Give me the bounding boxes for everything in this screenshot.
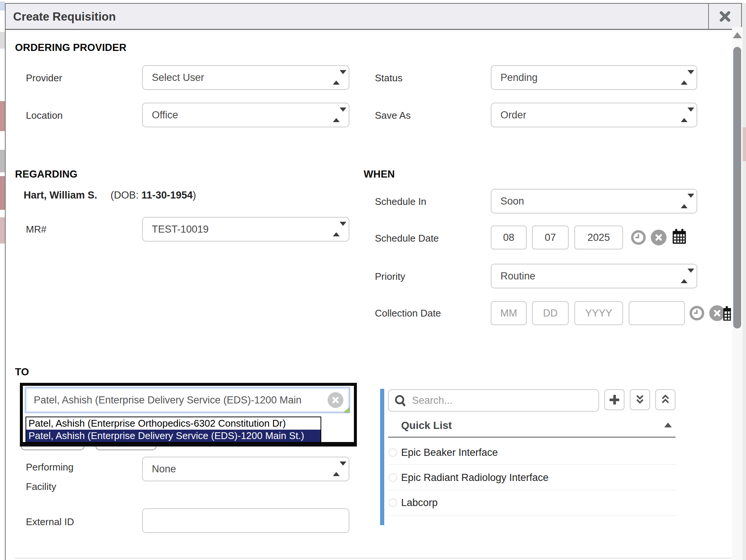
quick-list-divider <box>388 437 676 438</box>
mr-label: MR# <box>26 224 46 235</box>
recipient-search-input[interactable] <box>25 387 350 413</box>
close-icon <box>719 10 731 23</box>
schedule-year-input[interactable] <box>574 225 623 249</box>
collapse-section-icon[interactable] <box>664 423 672 427</box>
schedule-month-input[interactable] <box>491 225 527 249</box>
mr-select[interactable]: TEST-10019 <box>142 217 349 242</box>
status-label: Status <box>375 72 403 84</box>
chevron-updown-icon <box>333 74 340 81</box>
collection-month-input[interactable] <box>491 301 527 325</box>
collection-year-input[interactable] <box>574 301 623 325</box>
double-chevron-up-icon <box>660 394 671 406</box>
to-heading: TO <box>15 366 29 378</box>
chevron-updown-icon <box>681 112 688 118</box>
schedule-in-select-value: Soon <box>500 196 524 207</box>
recipient-options-list: Patel, Ashish (Enterprise Orthopedics-63… <box>25 417 321 443</box>
directory-search-input[interactable] <box>388 389 599 412</box>
scrollbar-up-arrow-icon[interactable] <box>733 32 742 38</box>
chevron-updown-icon <box>681 273 688 279</box>
performing-facility-select-value: None <box>152 463 176 475</box>
quick-list-radio[interactable] <box>388 473 397 482</box>
schedule-date-calendar-icon[interactable] <box>672 228 687 246</box>
close-button[interactable] <box>708 4 741 29</box>
patient-name: Hart, William S. <box>24 190 97 201</box>
add-recipient-button[interactable] <box>604 389 625 410</box>
priority-select[interactable]: Routine <box>491 264 697 288</box>
dob-suffix: ) <box>193 190 196 201</box>
external-id-label: External ID <box>26 516 74 528</box>
quick-list-heading: Quick List <box>401 420 452 432</box>
scrollbar-thumb[interactable] <box>733 47 741 329</box>
recipient-option-selected[interactable]: Patel, Ashish (Enterprise Delivery Servi… <box>26 430 321 442</box>
schedule-time-clock-icon[interactable] <box>631 230 646 247</box>
background-page-fragment <box>0 32 5 49</box>
location-select-value: Office <box>152 109 178 121</box>
search-icon <box>394 394 407 408</box>
priority-label: Priority <box>375 271 405 282</box>
recipient-option[interactable]: Patel, Ashish (Enterprise Orthopedics-63… <box>26 417 321 430</box>
priority-select-value: Routine <box>500 270 535 282</box>
performing-facility-select[interactable]: None <box>142 457 349 481</box>
quick-list-item[interactable]: Epic Beaker Interface <box>401 447 498 458</box>
patient-line: Hart, William S. (DOB: 11-30-1954) <box>24 190 196 201</box>
when-heading: WHEN <box>364 169 395 180</box>
collection-date-calendar-icon[interactable] <box>722 306 731 321</box>
save-as-select-value: Order <box>500 109 526 121</box>
provider-label: Provider <box>26 72 62 84</box>
regarding-heading: REGARDING <box>15 169 78 180</box>
list-divider <box>388 464 676 465</box>
dob-value: 11-30-1954 <box>141 190 193 201</box>
ordering-provider-heading: ORDERING PROVIDER <box>15 42 126 54</box>
quick-list-item[interactable]: Labcorp <box>401 497 438 509</box>
collection-time-clock-icon[interactable] <box>689 305 705 323</box>
collapse-all-button[interactable] <box>655 389 676 410</box>
external-id-input[interactable] <box>142 508 349 533</box>
schedule-date-clear-icon[interactable] <box>651 230 667 245</box>
plus-icon <box>609 394 620 405</box>
quick-list-radio[interactable] <box>388 448 397 457</box>
mr-select-value: TEST-10019 <box>152 224 209 235</box>
chevron-updown-icon <box>333 226 340 233</box>
directory-accent-bar <box>380 389 384 525</box>
double-chevron-down-icon <box>634 394 646 406</box>
schedule-in-select[interactable]: Soon <box>491 189 697 214</box>
list-divider <box>388 515 676 516</box>
section-divider <box>15 558 732 559</box>
location-select[interactable]: Office <box>142 103 349 127</box>
list-divider <box>388 490 676 490</box>
background-page-fragment <box>0 101 5 131</box>
performing-facility-label-line2: Facility <box>26 481 56 493</box>
background-page-fragment <box>0 150 5 172</box>
status-select-value: Pending <box>500 72 538 84</box>
collection-day-input[interactable] <box>532 301 569 325</box>
status-select[interactable]: Pending <box>491 65 697 90</box>
quick-list-item[interactable]: Epic Radiant Radiology Interface <box>401 472 548 484</box>
schedule-day-input[interactable] <box>532 225 569 249</box>
collection-date-label: Collection Date <box>375 308 441 319</box>
location-label: Location <box>26 110 63 121</box>
background-page-fragment <box>0 217 5 243</box>
background-page-fragment <box>0 1 5 10</box>
schedule-date-label: Schedule Date <box>375 233 439 244</box>
save-as-select[interactable]: Order <box>491 103 697 127</box>
chevron-updown-icon <box>681 74 688 81</box>
save-as-label: Save As <box>375 110 410 121</box>
performing-facility-label-line1: Performing <box>26 461 73 473</box>
create-requisition-modal: Create Requisition ORDERING PROVIDER Pro… <box>5 3 742 560</box>
chevron-updown-icon <box>333 466 340 472</box>
expand-all-button[interactable] <box>630 389 650 410</box>
collection-time-input[interactable] <box>629 301 685 325</box>
quick-list-radio[interactable] <box>388 498 397 507</box>
schedule-in-label: Schedule In <box>375 196 426 208</box>
resize-grip-icon[interactable] <box>343 407 349 412</box>
provider-select-value: Select User <box>152 72 204 84</box>
chevron-updown-icon <box>333 112 340 118</box>
modal-title: Create Requisition <box>13 10 116 24</box>
recipient-clear-icon[interactable] <box>328 392 343 408</box>
chevron-updown-icon <box>681 198 688 205</box>
background-page-fragment <box>0 176 5 210</box>
modal-titlebar: Create Requisition <box>6 4 741 30</box>
provider-select[interactable]: Select User <box>142 65 349 90</box>
dob-prefix: (DOB: <box>111 190 142 201</box>
